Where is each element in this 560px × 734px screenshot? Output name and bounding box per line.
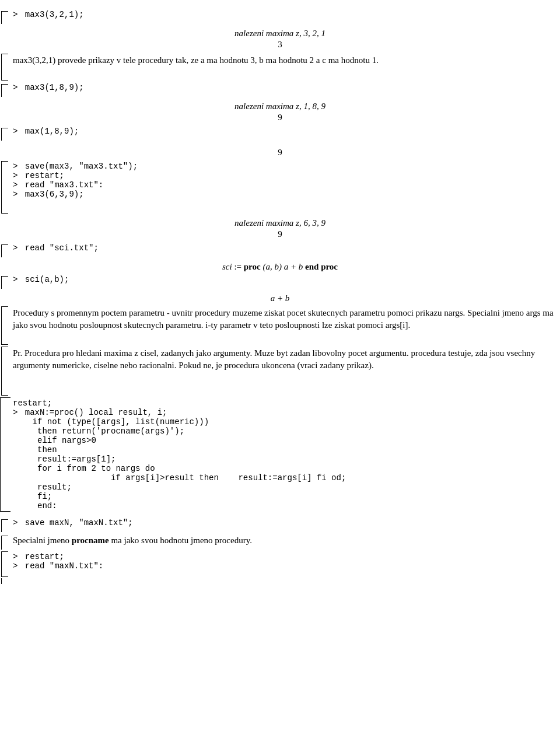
line-if-not: if not (type([args], list(numeric))) [13,417,558,427]
output-area-4: nalezeni maxima z, 6, 3, 9 9 [0,215,560,242]
sci-label-assign: := [234,262,243,271]
line-then-return: then return('procname(args)'); [13,427,558,436]
output-value-4: 9 [0,228,560,240]
text-content-procedury: Procedury s promennym poctem parametru -… [10,306,560,345]
cell-content-4: > save(max3, "max3.txt"); > restart; > r… [10,161,560,214]
trailing-content [10,578,560,584]
text-content-procname: Specialni jmeno procname ma jako svou ho… [10,534,560,550]
input-line-save-maxN: > save maxN, "maxN.txt"; [13,518,560,527]
code-text: max3(3,2,1); [25,10,84,19]
procname-bold: procname [72,536,109,545]
code-text-3: max(1,8,9); [25,127,79,136]
text-block-procedury: Procedury s promennym poctem parametru -… [0,306,560,345]
output-area-2: nalezeni maxima z, 1, 8, 9 9 [0,98,560,125]
cell-bracket-2 [0,82,10,97]
cell-bracket-5 [0,243,10,257]
code-result-semi: result; [13,483,72,492]
sci-label-proc: proc [244,262,261,271]
cell-content-save-maxN: > save maxN, "maxN.txt"; [10,518,560,532]
output-value-2: 9 [0,111,560,124]
input-line-restart1: > restart; [13,171,560,180]
sci-label-args: (a, b) a + b [262,262,305,271]
output-area-3: 9 [0,142,560,160]
prompt-read-maxN: > [13,561,23,571]
cell-content-2: > max3(1,8,9); [10,82,560,97]
output-label-4: nalezeni maxima z, 6, 3, 9 [0,218,560,228]
line-fi: fi; [13,492,558,501]
text-bracket-pr [0,347,10,396]
cell-multi-1: > save(max3, "max3.txt"); > restart; > r… [0,161,560,214]
line-result-assign: result:=args[1]; [13,455,558,464]
page: > max3(3,2,1); nalezeni maxima z, 3, 2, … [0,5,560,734]
cell-content-5: > read "sci.txt"; [10,243,560,257]
line-if-args: if args[i]>result then result:=args[i] f… [13,473,558,483]
text-content-1: max3(3,2,1) provede prikazy v tele proce… [10,54,560,81]
code-elif: elif nargs>0 [13,436,96,445]
code-save: save(max3, "max3.txt"); [25,162,138,171]
prompt: > [13,10,23,19]
code-read-maxN: read "maxN.txt": [25,561,103,571]
code-result-assign: result:=args[1]; [13,455,116,464]
output-label-1: nalezeni maxima z, 3, 2, 1 [0,29,560,39]
trailing-bracket-space [0,578,10,584]
input-line-3: > max(1,8,9); [13,127,560,136]
code-read1: read "max3.txt": [25,180,103,190]
code-end: end: [13,501,57,511]
line-restart2: restart; [13,399,558,408]
code-max3-6-3-9: max3(6,3,9); [25,190,84,199]
input-line-save: > save(max3, "max3.txt"); [13,162,560,171]
output-value-3: 9 [0,148,560,158]
output-ab: a + b [0,293,560,303]
input-line-max3-6-3-9: > max3(6,3,9); [13,190,560,199]
sci-label-end: end proc [305,262,338,271]
trailing-bracket [0,578,560,584]
cell-sci-ab: > sci(a,b); [0,274,560,289]
line-then2: then [13,445,558,455]
code-if-args: if args[i]>result then result:=args[i] f… [13,473,346,483]
cell-bracket-6 [0,274,10,289]
cell-read-sci: > read "sci.txt"; [0,243,560,257]
text-bracket-procname [0,534,10,550]
prompt-2: > [13,83,23,92]
line-end: end: [13,501,558,511]
text-bracket-1 [0,54,10,81]
prompt-read-sci: > [13,243,23,253]
input-line-read-sci: > read "sci.txt"; [13,243,560,253]
code-restart1: restart; [25,171,64,180]
cell-max-1-8-9: > max(1,8,9); [0,126,560,141]
code-save-maxN: save maxN, "maxN.txt"; [25,518,133,527]
output-area-sci: sci := proc (a, b) a + b end proc [0,258,560,273]
code-fi: fi; [13,492,52,501]
cell-content-restart-read: > restart; > read "maxN.txt": [10,551,560,577]
output-sci-label: sci := proc (a, b) a + b end proc [0,262,560,272]
code-for-i: for i from 2 to nargs do [13,464,155,473]
text-block-pr: Pr. Procedura pro hledani maxima z cisel… [0,347,560,396]
prompt-3: > [13,127,23,136]
cell-save-maxN: > save maxN, "maxN.txt"; [0,518,560,532]
cell-max3-1-8-9: > max3(1,8,9); [0,82,560,97]
sci-label-pre: sci [222,262,232,271]
output-value-1: 3 [0,39,560,51]
cell-bracket-restart-read [0,551,10,577]
input-line-2: > max3(1,8,9); [13,83,560,92]
code-block-maxN: restart; > maxN:=proc() local result, i;… [0,397,560,512]
output-area-ab: a + b [0,290,560,305]
output-area-1: nalezeni maxima z, 3, 2, 1 3 [0,25,560,52]
prompt-restart3: > [13,552,23,561]
code-restart2: restart; [13,399,52,408]
output-label-2: nalezeni maxima z, 1, 8, 9 [0,102,560,111]
input-line-sci-ab: > sci(a,b); [13,275,560,284]
cell-bracket [0,9,10,24]
code-then2: then [13,445,57,455]
text-block-procname: Specialni jmeno procname ma jako svou ho… [0,534,560,550]
cell-content-6: > sci(a,b); [10,274,560,289]
prompt-save: > [13,162,23,171]
code-block-content-maxN: restart; > maxN:=proc() local result, i;… [10,397,560,512]
line-result-semi: result; [13,483,558,492]
code-text-2: max3(1,8,9); [25,83,84,92]
line-elif: elif nargs>0 [13,436,558,445]
code-restart3: restart; [25,552,64,561]
cell-content-3: > max(1,8,9); [10,126,560,141]
text-content-pr: Pr. Procedura pro hledani maxima z cisel… [10,347,560,396]
prompt-read1: > [13,180,23,190]
